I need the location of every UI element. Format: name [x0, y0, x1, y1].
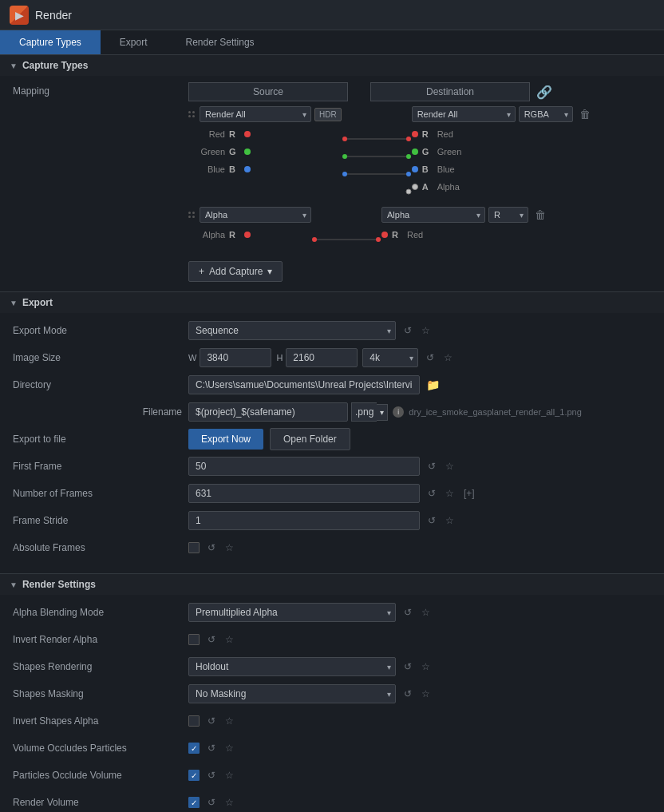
render-volume-reset[interactable]: ↺ — [204, 795, 219, 810]
filename-input[interactable] — [188, 402, 348, 422]
alpha-blending-row: Alpha Blending Mode Premultiplied Alpha … — [13, 601, 651, 624]
image-size-reset[interactable]: ↺ — [423, 351, 437, 365]
render-volume-label: Render Volume — [13, 797, 188, 808]
tab-capture-types[interactable]: Capture Types — [0, 30, 101, 54]
src-channel-alpha: Alpha R — [200, 226, 311, 244]
volume-occludes-checkbox[interactable]: ✓ — [188, 743, 200, 754]
extension-select-button[interactable]: ▾ — [377, 404, 388, 421]
dst-channel-b: B Blue — [412, 160, 594, 178]
width-input[interactable] — [200, 348, 271, 367]
export-section-header[interactable]: ▼ Export — [0, 292, 664, 313]
capture-types-title: Capture Types — [22, 60, 88, 71]
directory-input[interactable] — [188, 375, 420, 394]
tab-render-settings[interactable]: Render Settings — [167, 30, 274, 54]
invert-shapes-alpha-checkbox[interactable] — [188, 715, 200, 727]
export-mode-star[interactable]: ☆ — [418, 323, 433, 338]
render-volume-checkbox[interactable]: ✓ — [188, 797, 200, 808]
absolute-frames-star[interactable]: ☆ — [222, 541, 237, 555]
rgba-select-1[interactable]: RGBA RGB — [519, 106, 573, 122]
particles-occlude-star[interactable]: ☆ — [222, 768, 237, 782]
height-input[interactable] — [286, 348, 358, 367]
volume-occludes-row: Volume Occludes Particles ✓ ↺ ☆ — [13, 737, 651, 759]
folder-browse-button[interactable]: 📁 — [423, 377, 443, 393]
source-render-select-1[interactable]: Render All — [200, 106, 311, 122]
add-capture-button[interactable]: + Add Capture ▾ — [188, 261, 283, 282]
shapes-rendering-reset[interactable]: ↺ — [401, 660, 415, 674]
invert-shapes-alpha-star[interactable]: ☆ — [222, 714, 237, 728]
volume-occludes-reset[interactable]: ↺ — [204, 741, 219, 755]
num-frames-input[interactable] — [188, 484, 420, 503]
frame-stride-reset[interactable]: ↺ — [425, 513, 439, 528]
export-now-button[interactable]: Export Now — [188, 429, 263, 450]
extension-text: .png — [351, 402, 377, 422]
render-settings-title: Render Settings — [22, 579, 96, 590]
first-frame-input[interactable] — [188, 457, 420, 476]
export-mode-reset[interactable]: ↺ — [401, 323, 415, 338]
info-icon[interactable]: i — [393, 406, 404, 418]
shapes-masking-star[interactable]: ☆ — [418, 687, 433, 701]
link-icon-btn[interactable]: 🔗 — [533, 83, 555, 101]
filename-row: Filename .png ▾ i dry_ice_smoke_gasplane… — [13, 401, 651, 423]
absolute-frames-reset[interactable]: ↺ — [204, 541, 219, 555]
svg-point-12 — [376, 237, 381, 242]
src-channel-g: Green G — [200, 143, 342, 160]
image-size-star[interactable]: ☆ — [441, 351, 456, 365]
src-channel-b: Blue B — [200, 160, 342, 178]
alpha-blending-label: Alpha Blending Mode — [13, 607, 188, 618]
num-frames-expand[interactable]: [+] — [460, 486, 478, 501]
dst-channel-r2: R Red — [381, 226, 549, 244]
shapes-rendering-star[interactable]: ☆ — [418, 660, 433, 674]
shapes-masking-select[interactable]: No Masking Mask A Mask B — [188, 684, 396, 703]
app-header: ▶ Render — [0, 0, 664, 30]
first-frame-reset[interactable]: ↺ — [425, 459, 439, 473]
invert-render-alpha-star[interactable]: ☆ — [222, 632, 237, 647]
num-frames-row: Number of Frames ↺ ☆ [+] — [13, 482, 651, 505]
export-mode-select[interactable]: Sequence Single Frame Custom — [188, 321, 396, 340]
directory-row: Directory 📁 — [13, 374, 651, 396]
alpha-blending-star[interactable]: ☆ — [418, 605, 433, 620]
shapes-masking-label: Shapes Masking — [13, 688, 188, 699]
svg-point-5 — [406, 154, 411, 159]
invert-render-alpha-reset[interactable]: ↺ — [204, 632, 219, 647]
render-volume-star[interactable]: ☆ — [222, 795, 237, 810]
frame-stride-input[interactable] — [188, 511, 420, 530]
alpha-blending-select[interactable]: Premultiplied Alpha Straight Alpha None — [188, 603, 396, 622]
svg-point-9 — [406, 189, 411, 194]
frame-stride-star[interactable]: ☆ — [442, 513, 457, 528]
shapes-masking-reset[interactable]: ↺ — [401, 687, 415, 701]
capture-types-section-header[interactable]: ▼ Capture Types — [0, 55, 664, 76]
export-mode-label: Export Mode — [13, 325, 188, 336]
image-size-label: Image Size — [13, 352, 188, 363]
dst-channel-a: A Alpha — [412, 178, 594, 196]
size-preset-select[interactable]: 4k 2k 1080p 720p — [362, 348, 418, 367]
render-settings-section-header[interactable]: ▼ Render Settings — [0, 574, 664, 595]
export-to-file-row: Export to file Export Now Open Folder — [13, 428, 651, 450]
arrow-icon: ▾ — [267, 266, 272, 277]
source-render-select-2[interactable]: Alpha — [200, 207, 311, 223]
invert-render-alpha-checkbox[interactable] — [188, 634, 200, 645]
absolute-frames-checkbox[interactable] — [188, 542, 200, 553]
alpha-blending-reset[interactable]: ↺ — [401, 605, 415, 620]
invert-shapes-alpha-reset[interactable]: ↺ — [204, 714, 219, 728]
mapping-label: Mapping — [13, 82, 188, 97]
volume-occludes-star[interactable]: ☆ — [222, 741, 237, 755]
delete-capture-1[interactable]: 🗑 — [576, 106, 594, 122]
shapes-rendering-row: Shapes Rendering Holdout Normal Disabled… — [13, 656, 651, 678]
num-frames-star[interactable]: ☆ — [442, 486, 457, 501]
particles-occlude-checkbox[interactable]: ✓ — [188, 770, 200, 781]
first-frame-star[interactable]: ☆ — [442, 459, 457, 473]
shapes-rendering-select[interactable]: Holdout Normal Disabled — [188, 657, 396, 676]
dest-render-select-2[interactable]: Alpha — [381, 207, 485, 223]
num-frames-reset[interactable]: ↺ — [425, 486, 439, 501]
first-frame-row: First Frame ↺ ☆ — [13, 455, 651, 477]
svg-point-7 — [342, 172, 347, 176]
tab-export[interactable]: Export — [101, 30, 167, 54]
svg-point-8 — [406, 172, 411, 176]
rgba-select-2[interactable]: R G B A — [488, 207, 528, 223]
particles-occlude-reset[interactable]: ↺ — [204, 768, 219, 782]
invert-render-alpha-row: Invert Render Alpha ↺ ☆ — [13, 628, 651, 651]
export-mode-row: Export Mode Sequence Single Frame Custom… — [13, 319, 651, 342]
delete-capture-2[interactable]: 🗑 — [532, 207, 549, 223]
dest-render-select-1[interactable]: Render All — [412, 106, 516, 122]
open-folder-button[interactable]: Open Folder — [270, 428, 350, 450]
